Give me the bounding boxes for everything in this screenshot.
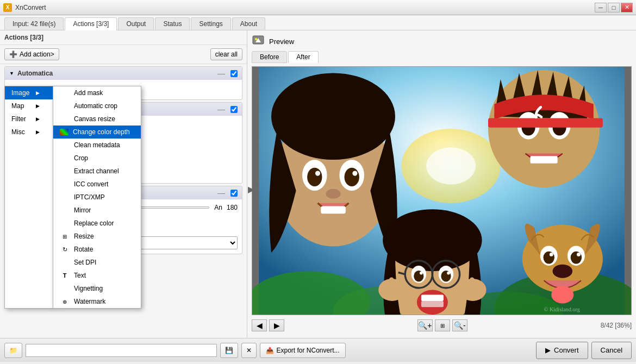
minimize-button[interactable]: ─ xyxy=(595,3,607,12)
menu-item-image[interactable]: Image ▶ xyxy=(5,86,53,99)
watermark-label: Watermark xyxy=(74,298,105,305)
preview-tab-before[interactable]: Before xyxy=(252,51,287,63)
save-button[interactable]: 💾 xyxy=(220,343,238,358)
watermark-icon: ⊕ xyxy=(60,298,70,305)
filter-label: Filter xyxy=(11,115,26,123)
save-icon: 💾 xyxy=(225,347,233,354)
main-category-menu: Image ▶ Map ▶ Filter ▶ Misc ▶ xyxy=(4,86,53,309)
zoom-in-button[interactable]: 🔍+ xyxy=(417,319,433,331)
menu-item-filter[interactable]: Filter ▶ xyxy=(5,112,53,125)
submenu-canvas-resize[interactable]: Canvas resize xyxy=(53,112,141,125)
svg-point-17 xyxy=(352,171,357,176)
tab-bar: Input: 42 file(s) Actions [3/3] Output S… xyxy=(0,15,636,30)
preview-tab-after[interactable]: After xyxy=(288,51,318,63)
submenu-automatic-crop[interactable]: Automatic crop xyxy=(53,99,141,112)
crop-label: Crop xyxy=(74,154,88,162)
cancel-button[interactable]: Cancel xyxy=(591,342,632,359)
tab-settings[interactable]: Settings xyxy=(191,17,230,30)
extract-channel-label: Extract channel xyxy=(74,167,119,175)
path-input[interactable] xyxy=(26,344,217,357)
section-automatica-header[interactable]: ▼ Automatica — xyxy=(5,67,242,80)
submenu-extract-channel[interactable]: Extract channel xyxy=(53,165,141,178)
angle-label: An xyxy=(214,204,222,211)
submenu-watermark[interactable]: ⊕ Watermark xyxy=(53,295,141,308)
delete-icon: ✕ xyxy=(246,347,252,354)
add-action-button[interactable]: ➕ Add action> xyxy=(4,48,59,60)
svg-rect-45 xyxy=(383,280,388,293)
submenu-mirror[interactable]: Mirror xyxy=(53,204,141,217)
automatica-enabled-checkbox[interactable] xyxy=(230,70,238,77)
iptc-xmp-icon xyxy=(60,193,70,201)
automatic-crop-label: Automatic crop xyxy=(74,102,117,110)
add-folder-button[interactable]: 📁 xyxy=(4,343,22,358)
svg-rect-50 xyxy=(476,280,481,293)
menu-item-map[interactable]: Map ▶ xyxy=(5,99,53,112)
tab-status[interactable]: Status xyxy=(155,17,190,30)
app-title: XnConvert xyxy=(15,4,46,11)
fit-button[interactable]: ⊞ xyxy=(435,319,450,331)
rotate-enabled-checkbox[interactable] xyxy=(230,190,238,197)
misc-label: Misc xyxy=(11,128,25,136)
clear-all-button[interactable]: clear all xyxy=(210,48,242,60)
preview-image-area: © Kidisland.org xyxy=(252,66,632,315)
submenu-icc-convert[interactable]: ICC convert xyxy=(53,178,141,191)
submenu-clean-metadata[interactable]: Clean metadata xyxy=(53,139,141,152)
tab-about[interactable]: About xyxy=(232,17,265,30)
angle-right: 180 xyxy=(227,204,238,211)
remove-clean-button[interactable]: — xyxy=(217,105,225,114)
remove-automatica-button[interactable]: — xyxy=(217,69,225,78)
clean-metadata-enabled-checkbox[interactable] xyxy=(230,106,238,113)
submenu-add-mask[interactable]: Add mask xyxy=(53,86,141,99)
submenu-crop[interactable]: Crop xyxy=(53,152,141,165)
auto-crop-icon xyxy=(60,102,70,110)
submenu-set-dpi[interactable]: Set DPI xyxy=(53,256,141,269)
preview-title: Preview xyxy=(269,37,294,46)
menu-item-misc[interactable]: Misc ▶ xyxy=(5,125,53,139)
tab-output[interactable]: Output xyxy=(118,17,154,30)
svg-rect-28 xyxy=(488,118,603,128)
export-button[interactable]: 📤 Export for NConvert... xyxy=(260,343,345,358)
prev-button[interactable]: ◀ xyxy=(252,319,267,331)
main-layout: Actions [3/3] ➕ Add action> clear all ▼ … xyxy=(0,30,636,338)
tab-input[interactable]: Input: 42 file(s) xyxy=(4,17,64,30)
mirror-icon xyxy=(60,206,70,214)
svg-point-20 xyxy=(488,70,600,188)
submenu-text[interactable]: T Text xyxy=(53,269,141,282)
clean-meta-icon xyxy=(60,141,70,149)
actions-toolbar: ➕ Add action> clear all xyxy=(0,45,247,64)
actions-panel-title: Actions [3/3] xyxy=(0,30,247,45)
submenu-rotate[interactable]: ↻ Rotate xyxy=(53,243,141,256)
canvas-resize-label: Canvas resize xyxy=(74,115,115,123)
tab-actions[interactable]: Actions [3/3] xyxy=(65,17,117,30)
replace-color-label: Replace color xyxy=(74,219,114,227)
add-mask-icon xyxy=(60,89,70,97)
svg-rect-47 xyxy=(395,279,400,291)
svg-point-15 xyxy=(345,168,359,186)
change-color-depth-label: Change color depth xyxy=(73,128,130,136)
add-mask-label: Add mask xyxy=(74,89,103,97)
extract-channel-icon xyxy=(60,167,70,175)
svg-point-55 xyxy=(571,252,582,264)
submenu-change-color-depth[interactable]: Change color depth xyxy=(53,125,141,139)
rotate-icon: ↻ xyxy=(60,246,70,253)
next-button[interactable]: ▶ xyxy=(269,319,284,331)
submenu-vignetting[interactable]: Vignetting xyxy=(53,282,141,295)
maximize-button[interactable]: □ xyxy=(608,3,620,12)
filter-arrow: ▶ xyxy=(36,116,40,122)
svg-text:© Kidisland.org: © Kidisland.org xyxy=(544,306,580,312)
zoom-out-button[interactable]: 🔍- xyxy=(452,319,467,331)
export-label: Export for NConvert... xyxy=(276,347,339,354)
dropdown-menu: Image ▶ Map ▶ Filter ▶ Misc ▶ xyxy=(4,86,141,309)
crop-icon xyxy=(60,154,70,162)
delete-button[interactable]: ✕ xyxy=(241,343,257,358)
submenu-replace-color[interactable]: Replace color xyxy=(53,217,141,230)
mirror-label: Mirror xyxy=(74,206,91,214)
close-button[interactable]: ✕ xyxy=(621,3,633,12)
remove-rotate-button[interactable]: — xyxy=(217,189,225,197)
submenu-iptc-xmp[interactable]: IPTC/XMP xyxy=(53,191,141,204)
svg-point-11 xyxy=(271,73,395,160)
convert-button[interactable]: ▶ Convert xyxy=(536,342,588,359)
submenu-resize[interactable]: ⊞ Resize xyxy=(53,230,141,243)
automatica-title: Automatica xyxy=(17,70,53,77)
preview-icon xyxy=(252,35,265,48)
